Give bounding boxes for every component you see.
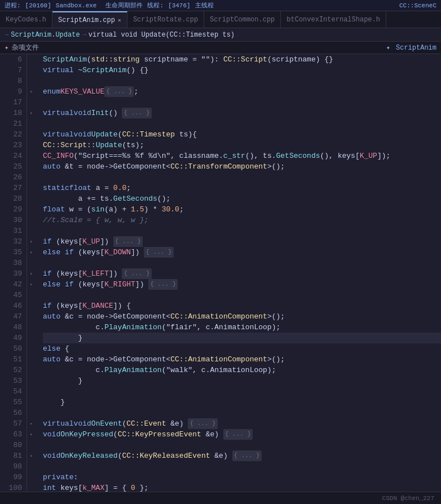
line-number: 51: [2, 354, 22, 365]
code-line: [43, 408, 441, 418]
code-line: float w = (sin(a) + 1.5) * 30.0;: [43, 204, 441, 215]
fold-marker: [27, 215, 36, 226]
fold-marker[interactable]: ▸: [27, 418, 36, 429]
line-number: 27: [2, 183, 22, 193]
breadcrumb-item1[interactable]: ScriptAnim.Update: [11, 31, 80, 39]
code-line: virtual void Init() { ... }: [43, 108, 441, 118]
tab-scriptanim[interactable]: ScriptAnim.cpp ✕: [52, 11, 127, 28]
breadcrumb-item2[interactable]: virtual void Update(CC::Timestep ts): [89, 31, 235, 39]
line-number: 49: [2, 333, 22, 343]
fold-marker: [27, 151, 36, 161]
code-line: [43, 461, 441, 472]
line-number: 17: [2, 97, 22, 108]
code-line: }: [43, 397, 441, 408]
status-right: CC::SceneC: [399, 2, 436, 9]
line-number: 63: [2, 429, 22, 440]
fold-marker: [27, 161, 36, 172]
line-number: 38: [2, 258, 22, 268]
status-thread-count: [3476]: [168, 2, 191, 9]
breadcrumb-arrow1: →: [5, 31, 8, 39]
fold-marker: [27, 258, 36, 268]
file-label-bar: ✦ 杂项文件 ✦ ScriptAnim: [0, 42, 441, 54]
tab-btconvex-label: btConvexInternalShape.h: [286, 16, 380, 24]
editor: 6789171821222324252627282930313235383942…: [0, 54, 441, 492]
line-number: 45: [2, 290, 22, 300]
line-number: 57: [2, 418, 22, 429]
code-line: c.PlayAnimation("flair", c.AnimationLoop…: [43, 322, 441, 333]
line-numbers: 6789171821222324252627282930313235383942…: [0, 54, 27, 492]
line-number: 99: [2, 472, 22, 483]
code-line: [43, 76, 441, 86]
code-line: [43, 118, 441, 129]
fold-marker: [27, 311, 36, 322]
code-content[interactable]: ScriptAnim(std::string scriptname = ""):…: [36, 54, 441, 492]
code-area[interactable]: 6789171821222324252627282930313235383942…: [0, 54, 441, 492]
line-number: 23: [2, 140, 22, 151]
file-right-icon: ✦: [386, 43, 390, 52]
bottom-bar: CSDN @chen_227: [0, 492, 441, 504]
fold-column: ▸▸▸▸▸▸▸▸▸: [27, 54, 36, 492]
fold-marker: [27, 204, 36, 215]
code-line: virtual ~ScriptAnim() {}: [43, 65, 441, 76]
line-number: 56: [2, 408, 22, 418]
code-line: CC_INFO("Script===%s %f %d\n", classname…: [43, 151, 441, 161]
line-number: 52: [2, 365, 22, 375]
breadcrumb-arrow2: →: [82, 31, 86, 39]
line-number: 30: [2, 215, 22, 226]
fold-marker[interactable]: ▸: [27, 429, 36, 440]
tab-btconvex[interactable]: btConvexInternalShape.h: [281, 11, 386, 28]
line-number: 7: [2, 65, 22, 76]
tab-scriptanim-close[interactable]: ✕: [118, 17, 121, 24]
fold-marker[interactable]: ▸: [27, 450, 36, 461]
line-number: 29: [2, 204, 22, 215]
code-line: }: [43, 333, 441, 343]
fold-marker[interactable]: ▸: [27, 86, 36, 97]
code-line: //t.Scale = { w, w, w };: [43, 215, 441, 226]
tab-scriptcommon-label: ScriptCommon.cpp: [210, 16, 275, 24]
code-line: if (keys[K_UP]) { ... }: [43, 236, 441, 247]
code-line: auto &t = node->GetComponent<CC::Transfo…: [43, 161, 441, 172]
line-number: 42: [2, 279, 22, 290]
line-number: 47: [2, 311, 22, 322]
line-number: 18: [2, 108, 22, 118]
fold-marker: [27, 140, 36, 151]
status-prefix: 进程:: [5, 1, 21, 10]
code-line: [43, 97, 441, 108]
fold-marker[interactable]: ▸: [27, 247, 36, 258]
tab-scriptcommon[interactable]: ScriptCommon.cpp: [204, 11, 281, 28]
fold-marker[interactable]: ▸: [27, 108, 36, 118]
line-number: 53: [2, 375, 22, 386]
code-line: a += ts.GetSeconds();: [43, 193, 441, 204]
line-number: 48: [2, 322, 22, 333]
tab-scriptrotate-label: ScriptRotate.cpp: [133, 16, 198, 24]
code-line: c.PlayAnimation("walk", c.AnimationLoop)…: [43, 365, 441, 375]
line-number: 35: [2, 247, 22, 258]
fold-marker: [27, 333, 36, 343]
fold-marker[interactable]: ▸: [27, 279, 36, 290]
tab-scriptrotate[interactable]: ScriptRotate.cpp: [127, 11, 204, 28]
status-thread-label: 线程:: [147, 1, 164, 10]
code-line: [43, 226, 441, 236]
fold-marker: [27, 129, 36, 140]
code-line: [43, 290, 441, 300]
fold-marker: [27, 408, 36, 418]
fold-marker: [27, 226, 36, 236]
code-line: if (keys[K_DANCE]) {: [43, 300, 441, 311]
line-number: 100: [2, 483, 22, 492]
code-line: CC::Script::Update(ts);: [43, 140, 441, 151]
fold-marker: [27, 343, 36, 354]
fold-marker: [27, 300, 36, 311]
tab-keycodes-label: KeyCodes.h: [6, 16, 46, 24]
status-thread-suffix: 主线程: [195, 1, 214, 10]
fold-marker: [27, 375, 36, 386]
code-line: auto &c = node->GetComponent<CC::Animati…: [43, 354, 441, 365]
tab-keycodes[interactable]: KeyCodes.h: [0, 11, 52, 28]
fold-marker: [27, 183, 36, 193]
fold-marker: [27, 54, 36, 65]
fold-marker[interactable]: ▸: [27, 236, 36, 247]
fold-marker: [27, 322, 36, 333]
line-number: 8: [2, 76, 22, 86]
fold-marker[interactable]: ▸: [27, 268, 36, 279]
code-line: void OnKeyReleased(CC::KeyReleasedEvent …: [43, 450, 441, 461]
line-number: 39: [2, 268, 22, 279]
